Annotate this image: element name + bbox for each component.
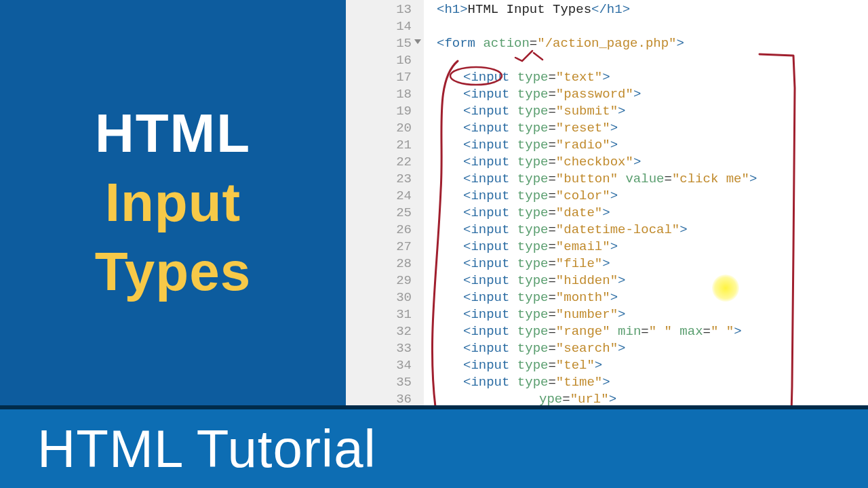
title-line-1: HTML (95, 102, 251, 165)
fold-icon[interactable] (414, 39, 421, 44)
code-line[interactable]: <input type="submit"> (424, 103, 868, 120)
line-number: 30 (346, 289, 412, 306)
title-line-2: Input (105, 171, 241, 234)
code-line[interactable]: <input type="hidden"> (424, 272, 868, 289)
line-number: 27 (346, 239, 412, 256)
code-line[interactable]: <input type="datetime-local"> (424, 222, 868, 239)
line-number: 17 (346, 69, 412, 86)
code-area[interactable]: <h1>HTML Input Types</h1><form action="/… (424, 1, 868, 425)
line-number: 31 (346, 306, 412, 323)
line-number: 29 (346, 272, 412, 289)
code-line[interactable] (424, 52, 868, 69)
code-line[interactable]: <form action="/action_page.php"> (424, 35, 868, 52)
code-line[interactable]: <input type="text"> (424, 69, 868, 86)
code-line[interactable]: <input type="password"> (424, 86, 868, 103)
line-number: 24 (346, 188, 412, 205)
footer-bar: HTML Tutorial (0, 405, 868, 488)
line-number: 13 (346, 1, 412, 18)
footer-title: HTML Tutorial (37, 418, 376, 480)
code-line[interactable]: <h1>HTML Input Types</h1> (424, 1, 868, 18)
line-number: 33 (346, 340, 412, 357)
line-number: 26 (346, 222, 412, 239)
code-line[interactable]: <input type="range" min=" " max=" "> (424, 323, 868, 340)
code-line[interactable]: <input type="file"> (424, 256, 868, 272)
cursor-highlight-icon (712, 274, 739, 302)
code-line[interactable]: <input type="radio"> (424, 137, 868, 154)
line-number: 22 (346, 154, 412, 171)
line-number: 21 (346, 137, 412, 154)
code-line[interactable]: <input type="time"> (424, 374, 868, 391)
code-line[interactable]: <input type="checkbox"> (424, 154, 868, 171)
line-number: 19 (346, 103, 412, 120)
code-line[interactable]: <input type="button" value="click me"> (424, 171, 868, 188)
line-number: 15 (346, 35, 412, 52)
line-number: 28 (346, 256, 412, 272)
code-line[interactable]: <input type="date"> (424, 205, 868, 222)
code-line[interactable]: <input type="month"> (424, 289, 868, 306)
code-line[interactable] (424, 18, 868, 35)
title-line-3: Types (95, 241, 251, 303)
line-number: 16 (346, 52, 412, 69)
code-line[interactable]: <input type="number"> (424, 306, 868, 323)
code-line[interactable]: <input type="color"> (424, 188, 868, 205)
code-line[interactable]: <input type="email"> (424, 239, 868, 256)
line-number: 25 (346, 205, 412, 222)
line-number: 14 (346, 18, 412, 35)
code-line[interactable]: <input type="tel"> (424, 357, 868, 374)
code-line[interactable]: <input type="search"> (424, 340, 868, 357)
code-line[interactable]: <input type="reset"> (424, 120, 868, 137)
title-panel: HTML Input Types (0, 0, 346, 405)
line-number: 18 (346, 86, 412, 103)
line-number: 35 (346, 374, 412, 391)
line-number: 20 (346, 120, 412, 137)
line-number: 32 (346, 323, 412, 340)
line-number: 34 (346, 357, 412, 374)
line-number: 23 (346, 171, 412, 188)
